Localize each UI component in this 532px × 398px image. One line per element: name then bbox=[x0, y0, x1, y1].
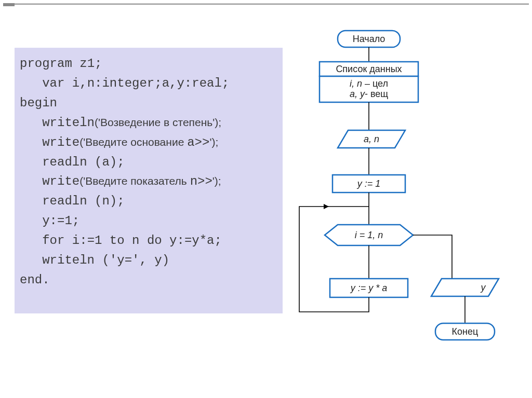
code-line-5: write('Введите основание a>>'); bbox=[20, 135, 218, 149]
flow-start: Начало bbox=[338, 31, 400, 47]
svg-text:a, y- вещ: a, y- вещ bbox=[350, 89, 388, 99]
svg-text:Список данных: Список данных bbox=[336, 64, 402, 74]
slide-content: program z1; var i,n:integer;a,y:real; be… bbox=[0, 0, 532, 398]
code-line-7: write('Введите показатель n>>'); bbox=[20, 174, 221, 188]
flowchart: Начало Список данных i, n – цел a, y- ве… bbox=[291, 29, 520, 392]
code-line-3: begin bbox=[20, 96, 57, 110]
svg-text:y: y bbox=[480, 282, 486, 293]
svg-text:i = 1, n: i = 1, n bbox=[355, 230, 383, 240]
svg-text:a, n: a, n bbox=[364, 134, 379, 144]
code-line-9: y:=1; bbox=[20, 214, 79, 228]
code-line-1: program z1; bbox=[20, 57, 102, 71]
code-line-4: writeln('Возведение в степень'); bbox=[20, 116, 221, 130]
svg-text:y := y * a: y := y * a bbox=[350, 283, 388, 293]
code-line-2: var i,n:integer;a,y:real; bbox=[20, 76, 229, 90]
svg-text:y := 1: y := 1 bbox=[356, 179, 381, 189]
svg-text:Конец: Конец bbox=[452, 326, 478, 337]
flow-data-box: Список данных i, n – цел a, y- вещ bbox=[320, 62, 418, 102]
svg-text:Начало: Начало bbox=[353, 34, 385, 44]
code-line-11: writeln ('y=', y) bbox=[20, 253, 169, 267]
code-line-8: readln (n); bbox=[20, 194, 125, 208]
flow-process-init: y := 1 bbox=[332, 175, 405, 193]
flow-loop: i = 1, n bbox=[325, 225, 413, 245]
code-line-12: end. bbox=[20, 273, 50, 287]
svg-text:i, n – цел: i, n – цел bbox=[350, 78, 388, 89]
flow-output: y bbox=[431, 279, 499, 296]
code-line-10: for i:=1 to n do y:=y*a; bbox=[20, 234, 222, 248]
svg-marker-23 bbox=[431, 279, 499, 296]
flow-input: a, n bbox=[338, 130, 405, 148]
flow-end: Конец bbox=[435, 323, 495, 340]
svg-marker-21 bbox=[324, 204, 329, 209]
flow-process-mul: y := y * a bbox=[330, 279, 408, 297]
code-panel: program z1; var i,n:integer;a,y:real; be… bbox=[15, 48, 283, 313]
code-line-6: readln (a); bbox=[20, 155, 125, 169]
